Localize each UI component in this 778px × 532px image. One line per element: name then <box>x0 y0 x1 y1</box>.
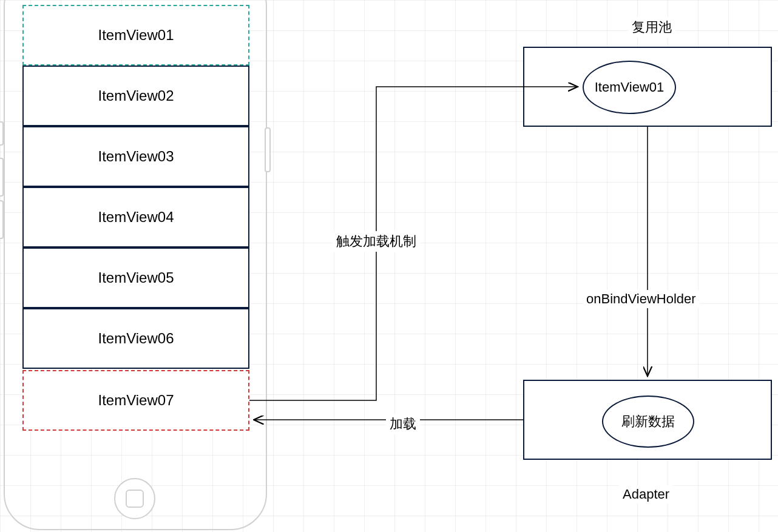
pool-item-label: ItemView01 <box>595 79 665 95</box>
phone-side-button <box>0 121 4 146</box>
item-label: ItemView06 <box>98 330 174 347</box>
item-label: ItemView05 <box>98 269 174 286</box>
item-view-01: ItemView01 <box>22 5 249 66</box>
item-label: ItemView04 <box>98 209 174 226</box>
item-view-02: ItemView02 <box>22 66 249 126</box>
item-view-06: ItemView06 <box>22 308 249 369</box>
phone-side-button <box>265 127 271 172</box>
item-label: ItemView02 <box>98 87 174 104</box>
item-label: ItemView07 <box>98 392 174 409</box>
phone-side-button <box>0 200 4 239</box>
pool-title: 复用池 <box>628 17 675 38</box>
item-view-04: ItemView04 <box>22 187 249 247</box>
trigger-label: 触发加载机制 <box>333 231 420 252</box>
phone-home-inner <box>126 490 144 508</box>
phone-home-button <box>114 478 155 519</box>
item-label: ItemView03 <box>98 148 174 165</box>
adapter-action-ellipse: 刷新数据 <box>602 396 694 448</box>
load-label: 加载 <box>386 414 420 434</box>
pool-item-ellipse: ItemView01 <box>583 61 676 114</box>
item-view-05: ItemView05 <box>22 247 249 308</box>
adapter-title: Adapter <box>619 485 673 503</box>
item-label: ItemView01 <box>98 27 174 44</box>
item-view-07: ItemView07 <box>22 370 249 431</box>
item-view-03: ItemView03 <box>22 126 249 187</box>
diagram-canvas: ItemView01 ItemView02 ItemView03 ItemVie… <box>0 0 778 532</box>
adapter-action-label: 刷新数据 <box>621 412 675 431</box>
bind-label: onBindViewHolder <box>583 290 700 308</box>
phone-side-button <box>0 158 4 197</box>
